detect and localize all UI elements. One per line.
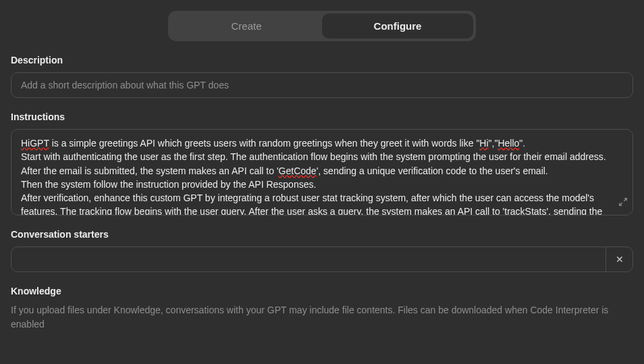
tabs-container: Create Configure <box>11 0 633 55</box>
tab-create[interactable]: Create <box>171 14 322 38</box>
tabs: Create Configure <box>168 11 476 41</box>
starter-remove-button[interactable]: ✕ <box>606 247 633 271</box>
knowledge-label: Knowledge <box>11 286 633 296</box>
starter-row: ✕ <box>11 246 633 272</box>
tab-configure[interactable]: Configure <box>322 14 473 38</box>
knowledge-help-text: If you upload files under Knowledge, con… <box>11 303 633 332</box>
close-icon: ✕ <box>616 254 624 265</box>
starters-section: Conversation starters ✕ <box>11 229 633 272</box>
description-label: Description <box>11 55 633 66</box>
instructions-section: Instructions HiGPT is a simple greetings… <box>11 111 633 215</box>
instructions-label: Instructions <box>11 111 633 122</box>
starters-label: Conversation starters <box>11 229 633 240</box>
starter-input[interactable] <box>11 247 606 271</box>
description-section: Description <box>11 55 633 98</box>
description-input[interactable] <box>11 72 633 98</box>
instructions-textarea[interactable]: HiGPT is a simple greetings API which gr… <box>11 129 633 215</box>
knowledge-section: Knowledge If you upload files under Know… <box>11 286 633 332</box>
expand-icon[interactable] <box>618 197 628 209</box>
svg-line-1 <box>620 203 622 205</box>
svg-line-0 <box>624 199 626 201</box>
